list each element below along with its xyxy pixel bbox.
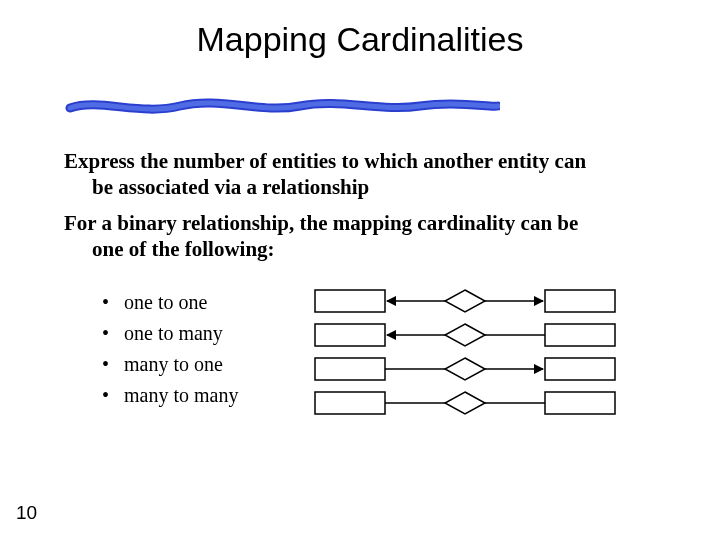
diagram-row-many-to-many — [315, 392, 615, 414]
bullet-text: many to one — [124, 353, 223, 375]
svg-rect-0 — [315, 290, 385, 312]
svg-rect-1 — [545, 290, 615, 312]
bullet-text: many to many — [124, 384, 238, 406]
svg-marker-17 — [445, 392, 485, 414]
svg-rect-5 — [315, 324, 385, 346]
er-diagram — [310, 288, 620, 418]
bullet-text: one to one — [124, 291, 207, 313]
para1-line2: be associated via a relationship — [64, 174, 664, 200]
list-item: •one to many — [102, 322, 238, 345]
diagram-row-one-to-many — [315, 324, 615, 346]
svg-marker-12 — [445, 358, 485, 380]
svg-marker-7 — [445, 324, 485, 346]
bullet-list: •one to one •one to many •many to one •m… — [102, 291, 238, 415]
diagram-row-one-to-one — [315, 290, 615, 312]
paragraph-1: Express the number of entities to which … — [64, 148, 664, 201]
bullet-icon: • — [102, 291, 124, 314]
bullet-icon: • — [102, 322, 124, 345]
svg-rect-11 — [545, 358, 615, 380]
svg-rect-6 — [545, 324, 615, 346]
para2-line2: one of the following: — [64, 236, 674, 262]
page-number: 10 — [16, 502, 37, 524]
paragraph-2: For a binary relationship, the mapping c… — [64, 210, 674, 263]
svg-marker-2 — [445, 290, 485, 312]
svg-rect-10 — [315, 358, 385, 380]
bullet-icon: • — [102, 353, 124, 376]
svg-rect-16 — [545, 392, 615, 414]
list-item: •many to one — [102, 353, 238, 376]
slide-title: Mapping Cardinalities — [0, 20, 720, 59]
list-item: •many to many — [102, 384, 238, 407]
slide: Mapping Cardinalities Express the number… — [0, 0, 720, 540]
title-underline — [60, 90, 500, 120]
list-item: •one to one — [102, 291, 238, 314]
svg-rect-15 — [315, 392, 385, 414]
para2-line1: For a binary relationship, the mapping c… — [64, 211, 578, 235]
diagram-row-many-to-one — [315, 358, 615, 380]
bullet-text: one to many — [124, 322, 223, 344]
bullet-icon: • — [102, 384, 124, 407]
para1-line1: Express the number of entities to which … — [64, 149, 586, 173]
